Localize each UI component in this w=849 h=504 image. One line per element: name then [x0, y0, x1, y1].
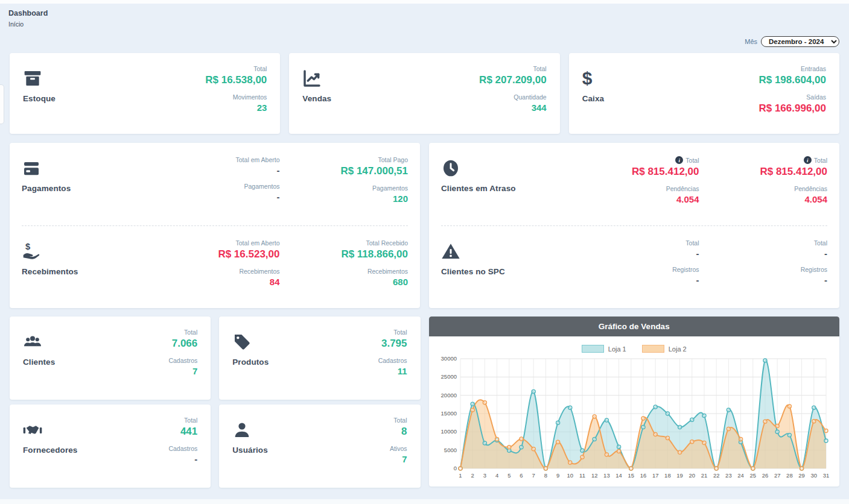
stat-label: Registros [672, 266, 699, 273]
stat-label: Cadastros [168, 445, 197, 452]
svg-text:3: 3 [483, 472, 486, 479]
svg-text:$: $ [25, 242, 30, 251]
svg-text:25000: 25000 [440, 373, 456, 380]
info-icon[interactable]: i [804, 156, 812, 164]
card-usuarios: Usuários Total 8 Ativos 7 [219, 405, 420, 488]
stat-label: Saídas [758, 93, 826, 101]
svg-text:29: 29 [798, 472, 805, 479]
card-caixa: $ Caixa Entradas R$ 198.604,00 Saídas R$… [569, 53, 839, 134]
svg-text:10000: 10000 [440, 428, 456, 435]
stat-value: 3.795 [381, 338, 407, 350]
stat-label: Recebimentos [239, 268, 279, 275]
stat-value: 344 [514, 102, 546, 113]
stat-value: - [236, 165, 280, 175]
credit-card-icon [22, 159, 41, 178]
stat-label: Entradas [758, 65, 826, 72]
sidebar-edge-handle[interactable] [0, 84, 4, 124]
sales-chart-svg[interactable]: 0500010000150002000025000300001234567891… [435, 354, 831, 483]
section-pagamentos: Pagamentos Total em Aberto - Pagamentos … [22, 143, 408, 225]
stat-value: 84 [239, 277, 279, 287]
stat-value: - [685, 248, 699, 259]
svg-text:30: 30 [810, 472, 817, 479]
hand-dollar-icon: $ [22, 242, 41, 261]
tag-icon [232, 332, 252, 351]
stat-value: 7 [390, 454, 407, 464]
section-recebimentos: $ Recebimentos Total em Aberto R$ 16.523… [22, 225, 408, 309]
svg-text:1: 1 [459, 472, 462, 479]
card-title: Clientes no SPC [441, 267, 571, 276]
legend-label: Loja 1 [608, 345, 626, 353]
card-vendas: Vendas Total R$ 207.209,00 Quantidade 34… [289, 53, 559, 134]
svg-text:8: 8 [544, 472, 547, 479]
stat-value: - [168, 454, 197, 464]
month-select[interactable]: Dezembro - 2024 [761, 36, 839, 47]
stat-label: Pagamentos [244, 183, 280, 190]
svg-text:20000: 20000 [440, 392, 456, 398]
stat-value: 11 [378, 366, 407, 376]
legend-item-loja2[interactable]: Loja 2 [642, 345, 687, 353]
svg-text:16: 16 [640, 472, 646, 479]
svg-text:19: 19 [676, 472, 683, 479]
clock-icon [441, 159, 460, 178]
svg-text:26: 26 [762, 472, 768, 479]
stat-value: 23 [233, 102, 267, 113]
legend-item-loja1[interactable]: Loja 1 [582, 345, 626, 353]
legend-label: Loja 2 [669, 345, 687, 353]
users-icon [23, 332, 42, 351]
svg-text:20: 20 [688, 472, 695, 479]
stat-label: Total [205, 65, 267, 72]
svg-text:0: 0 [453, 465, 456, 471]
stat-value: R$ 118.866,00 [341, 248, 408, 260]
stat-label: Total Pago [340, 156, 408, 163]
stat-value: R$ 16.538,00 [205, 74, 267, 86]
page-title: Dashboard [8, 9, 839, 17]
stat-label: Total [393, 417, 407, 424]
stat-value: 4.054 [794, 194, 827, 204]
stat-value: 7 [168, 366, 197, 376]
stat-label: Cadastros [378, 357, 407, 364]
svg-text:28: 28 [786, 472, 793, 479]
bottom-strip [0, 499, 849, 504]
stat-label: iTotal [760, 156, 827, 164]
svg-text:10: 10 [567, 472, 573, 479]
card-produtos: Produtos Total 3.795 Cadastros 11 [219, 317, 420, 400]
svg-text:2: 2 [471, 472, 474, 479]
stat-label: Pendências [666, 185, 699, 192]
svg-text:27: 27 [774, 472, 780, 479]
stat-value: 4.054 [666, 194, 699, 204]
dollar-icon: $ [582, 69, 605, 88]
info-icon[interactable]: i [675, 156, 683, 164]
svg-text:7: 7 [532, 472, 535, 479]
card-title: Produtos [232, 358, 269, 367]
stat-value: 120 [372, 194, 408, 204]
chart-line-icon [302, 69, 322, 88]
stat-label: Ativos [390, 445, 407, 452]
stat-label: Movimentos [233, 93, 267, 101]
svg-text:15000: 15000 [440, 410, 456, 417]
svg-text:11: 11 [579, 472, 585, 479]
card-title: Caixa [582, 94, 605, 103]
card-title: Recebimentos [22, 267, 151, 276]
stat-label: Pagamentos [372, 184, 408, 192]
stat-label: Total em Aberto [218, 239, 279, 247]
stat-value: R$ 815.412,00 [760, 166, 827, 178]
stat-value: - [801, 275, 827, 285]
sales-chart-card: Gráfico de Vendas Loja 1 Loja 2 05000100… [429, 317, 840, 487]
svg-text:18: 18 [664, 472, 671, 479]
card-title: Fornecedores [23, 446, 77, 455]
section-clientes-spc: Clientes no SPC Total - Registros - [441, 225, 827, 309]
card-fornecedores: Fornecedores Total 441 Cadastros - [10, 405, 211, 488]
month-filter: Mês Dezembro - 2024 [10, 36, 839, 47]
card-clientes: Clientes Total 7.066 Cadastros 7 [10, 317, 211, 400]
svg-text:31: 31 [822, 472, 829, 479]
svg-text:30000: 30000 [440, 355, 456, 362]
svg-text:25: 25 [749, 472, 756, 479]
breadcrumb: Início [8, 20, 839, 28]
svg-text:4: 4 [495, 472, 498, 479]
stat-label: Quantidade [514, 93, 546, 101]
handshake-icon [23, 420, 42, 439]
stat-value: R$ 207.209,00 [479, 74, 547, 86]
stat-value: 680 [367, 277, 408, 287]
svg-text:13: 13 [603, 472, 610, 479]
stat-label: Total [381, 329, 407, 336]
